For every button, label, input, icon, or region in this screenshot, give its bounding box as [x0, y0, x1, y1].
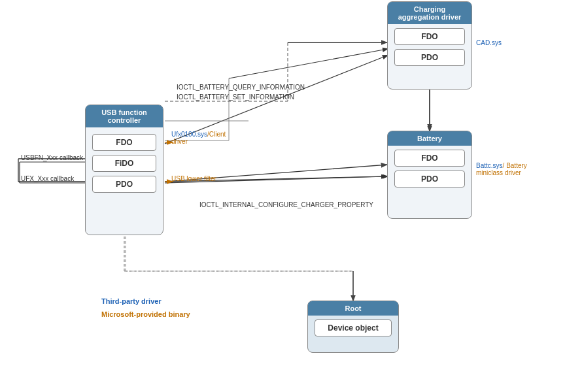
- battc-miniclass-label: Battc.sys/ Batteryminiclass driver: [476, 162, 527, 176]
- ioctl-set-label: IOCTL_BATTERY_SET_INFORMATION: [177, 93, 294, 101]
- usb-controller-header: USB function controller: [86, 105, 163, 127]
- ioctl-internal-label: IOCTL_INTERNAL_CONFIGURE_CHARGER_PROPERT…: [199, 201, 373, 208]
- root-box: Root Device object: [307, 301, 399, 353]
- device-object-box: Device object: [315, 319, 392, 336]
- charging-fdo-box: FDO: [394, 28, 465, 45]
- battery-pdo-box: PDO: [394, 171, 465, 188]
- ufx-callback-label: UFX_Xxx callback: [21, 175, 74, 182]
- usb-fdo-box: FDO: [92, 134, 156, 151]
- ioctl-query-label: IOCTL_BATTERY_QUERY_INFORMATION: [177, 84, 305, 91]
- svg-line-15: [229, 49, 387, 78]
- battery-header: Battery: [388, 131, 471, 146]
- ufx-client-label: Ufx0100.sys/Clientdriver: [171, 131, 226, 145]
- charging-driver-header: Charging aggregation driver: [388, 2, 471, 24]
- usb-pdo-box: PDO: [92, 176, 156, 193]
- charging-pdo-box: PDO: [394, 49, 465, 66]
- usb-controller-box: USB function controller FDO FiDO PDO: [85, 105, 163, 235]
- diagram-container: USB function controller FDO FiDO PDO Cha…: [0, 0, 565, 392]
- charging-driver-box: Charging aggregation driver FDO PDO: [387, 1, 472, 90]
- battery-fdo-box: FDO: [394, 150, 465, 167]
- usbfn-callback-label: USBFN_Xxx callback: [21, 154, 83, 161]
- root-header: Root: [308, 301, 398, 316]
- usb-fido-box: FiDO: [92, 155, 156, 172]
- third-party-label: Third-party driver: [101, 297, 162, 305]
- cad-sys-label: CAD.sys: [476, 39, 502, 46]
- usb-lower-filter-label: USB lower filter: [171, 175, 216, 182]
- battery-box: Battery FDO PDO: [387, 131, 472, 219]
- microsoft-binary-label: Microsoft-provided binary: [101, 310, 190, 318]
